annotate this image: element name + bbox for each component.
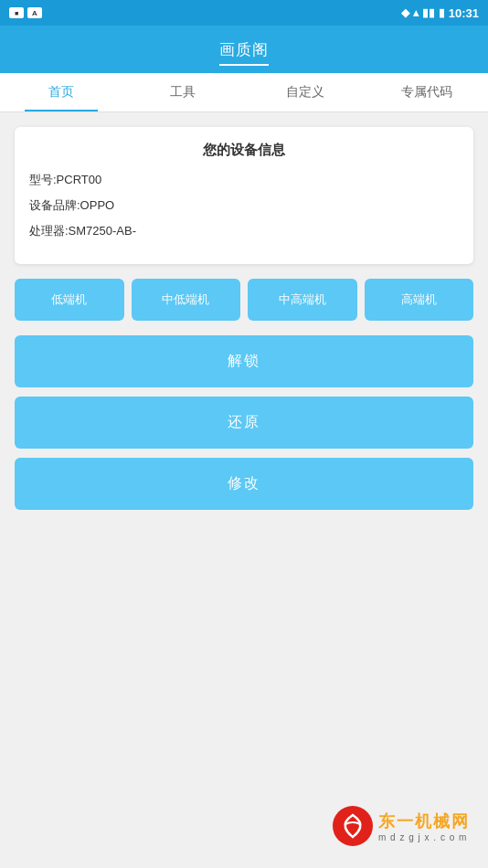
action-buttons-group: 解锁 还原 修改 — [15, 335, 473, 510]
device-processor-row: 处理器:SM7250-AB- — [29, 223, 459, 239]
wifi-icon: ▴ — [413, 6, 419, 19]
battery-icon: ▮ — [439, 6, 445, 19]
unlock-button[interactable]: 解锁 — [15, 335, 473, 387]
tier-mid-low-button[interactable]: 中低端机 — [132, 279, 241, 321]
tab-tools[interactable]: 工具 — [122, 73, 245, 111]
tab-exclusive-code[interactable]: 专属代码 — [366, 73, 489, 111]
a-icon: A — [27, 7, 42, 18]
tier-mid-high-button[interactable]: 中高端机 — [248, 279, 357, 321]
tier-buttons-group: 低端机 中低端机 中高端机 高端机 — [15, 279, 473, 321]
status-right-icons: ◆ ▴ ▮▮ ▮ 10:31 — [401, 6, 479, 20]
device-info-card: 您的设备信息 型号:PCRT00 设备品牌:OPPO 处理器:SM7250-AB… — [15, 127, 473, 264]
tier-low-button[interactable]: 低端机 — [15, 279, 124, 321]
app-title: 画质阁 — [219, 39, 269, 66]
footer-brand: 东一机械网 m d z g j x . c o m — [333, 806, 470, 846]
tier-high-button[interactable]: 高端机 — [365, 279, 474, 321]
brand-pinyin: m d z g j x . c o m — [378, 832, 470, 842]
brand-text: 东一机械网 m d z g j x . c o m — [378, 810, 470, 842]
device-info-title: 您的设备信息 — [29, 142, 459, 159]
status-left-icons: ■ A — [9, 7, 42, 18]
location-icon: ◆ — [401, 6, 409, 19]
brand-logo — [333, 806, 373, 846]
modify-button[interactable]: 修改 — [15, 458, 473, 510]
clock: 10:31 — [449, 6, 479, 20]
tab-bar: 首页 工具 自定义 专属代码 — [0, 73, 488, 112]
svg-point-0 — [340, 813, 366, 839]
brand-logo-svg — [338, 811, 367, 841]
app-header: 画质阁 — [0, 26, 488, 73]
tab-home[interactable]: 首页 — [0, 73, 122, 111]
sim-icon: ■ — [9, 7, 24, 18]
signal-icon: ▮▮ — [422, 6, 435, 19]
device-brand-row: 设备品牌:OPPO — [29, 197, 459, 214]
brand-chinese-name: 东一机械网 — [378, 810, 470, 832]
status-bar: ■ A ◆ ▴ ▮▮ ▮ 10:31 — [0, 0, 488, 26]
tab-custom[interactable]: 自定义 — [244, 73, 366, 111]
restore-button[interactable]: 还原 — [15, 397, 473, 449]
device-model-row: 型号:PCRT00 — [29, 172, 459, 188]
main-content: 您的设备信息 型号:PCRT00 设备品牌:OPPO 处理器:SM7250-AB… — [0, 112, 488, 807]
